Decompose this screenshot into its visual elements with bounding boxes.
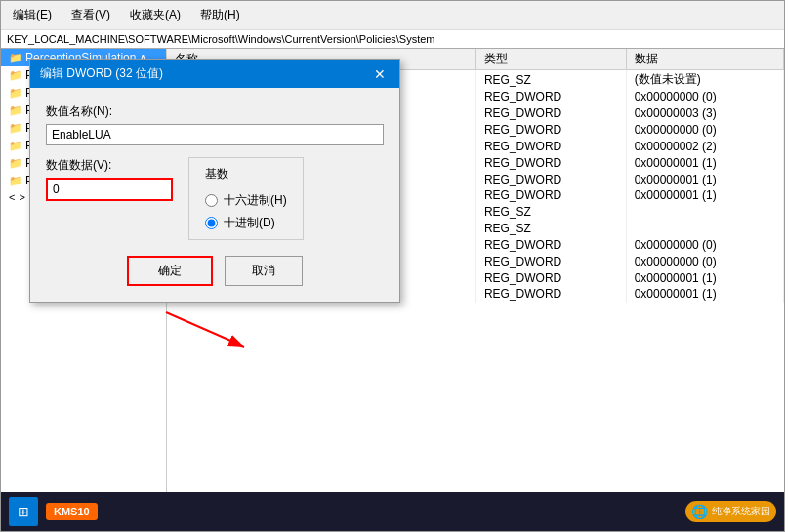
address-bar: KEY_LOCAL_MACHINE\SOFTWARE\Microsoft\Win…: [1, 30, 784, 49]
cell-data: [626, 204, 783, 221]
dialog-body: 数值名称(N): 数值数据(V): 基数 十六进制(H): [30, 88, 399, 302]
dialog-title: 编辑 DWORD (32 位值): [40, 65, 163, 82]
cell-data: 0x00000001 (1): [626, 171, 783, 187]
dialog-title-bar: 编辑 DWORD (32 位值) ✕: [30, 60, 399, 88]
cell-type: REG_SZ: [475, 204, 626, 221]
cell-data: 0x00000000 (0): [626, 89, 783, 105]
cell-type: REG_DWORD: [475, 154, 626, 171]
cell-data: 0x00000001 (1): [626, 269, 783, 286]
folder-icon: 📁: [9, 87, 22, 100]
cell-type: REG_DWORD: [475, 187, 626, 204]
taskbar: ⊞ KMS10 🌐 纯净系统家园: [1, 492, 784, 531]
menu-bar: 编辑(E) 查看(V) 收藏夹(A) 帮助(H): [1, 1, 784, 30]
cell-type: REG_DWORD: [475, 171, 626, 187]
cell-type: REG_DWORD: [475, 236, 626, 253]
folder-icon: 📁: [9, 140, 22, 152]
ok-button[interactable]: 确定: [127, 256, 213, 286]
value-name-input[interactable]: [46, 124, 384, 145]
cell-type: REG_DWORD: [475, 138, 626, 154]
watermark-text: 纯净系统家园: [712, 505, 770, 518]
cell-data: 0x00000001 (1): [626, 187, 783, 204]
cell-type: REG_SZ: [475, 221, 626, 237]
folder-icon: 📁: [9, 104, 22, 117]
col-header-type[interactable]: 类型: [475, 49, 626, 70]
cell-data: 0x00000002 (2): [626, 138, 783, 154]
windows-icon: ⊞: [18, 504, 29, 519]
radio-dec-label[interactable]: 十进制(D): [205, 215, 287, 231]
radio-dec-text: 十进制(D): [224, 215, 275, 231]
label-value-name: 数值名称(N):: [46, 103, 384, 120]
radio-hex-text: 十六进制(H): [224, 192, 287, 209]
cell-type: REG_DWORD: [475, 105, 626, 122]
folder-icon: 📁: [9, 122, 22, 135]
nav-left-icon[interactable]: <: [9, 191, 15, 203]
radix-group: 基数 十六进制(H) 十进制(D): [188, 157, 304, 240]
cell-data: 0x00000003 (3): [626, 105, 783, 122]
folder-icon: 📁: [9, 52, 22, 64]
cell-data: 0x00000000 (0): [626, 236, 783, 253]
dialog-buttons: 确定 取消: [46, 256, 384, 286]
kms-app-badge[interactable]: KMS10: [46, 503, 98, 520]
menu-help[interactable]: 帮助(H): [196, 5, 244, 25]
col-header-data[interactable]: 数据: [626, 49, 783, 70]
cell-type: REG_DWORD: [475, 286, 626, 303]
taskbar-right-area: 🌐 纯净系统家园: [685, 501, 776, 522]
edit-dword-dialog[interactable]: 编辑 DWORD (32 位值) ✕ 数值名称(N): 数值数据(V): 基数: [29, 59, 400, 303]
cell-type: REG_DWORD: [475, 253, 626, 269]
value-data-input[interactable]: [46, 178, 173, 201]
folder-icon: 📁: [9, 69, 22, 82]
menu-view[interactable]: 查看(V): [67, 5, 114, 25]
radix-label: 基数: [205, 166, 287, 183]
registry-editor-window: 编辑(E) 查看(V) 收藏夹(A) 帮助(H) KEY_LOCAL_MACHI…: [0, 0, 785, 532]
cell-type: REG_SZ: [475, 70, 626, 90]
radio-dec[interactable]: [205, 217, 218, 229]
cell-data: 0x00000000 (0): [626, 253, 783, 269]
radio-hex-label[interactable]: 十六进制(H): [205, 192, 287, 209]
label-value-data: 数值数据(V):: [46, 157, 173, 174]
folder-icon: 📁: [9, 175, 22, 187]
cell-type: REG_DWORD: [475, 269, 626, 286]
dialog-close-button[interactable]: ✕: [370, 67, 390, 81]
radio-hex[interactable]: [205, 194, 218, 207]
menu-edit[interactable]: 编辑(E): [9, 5, 56, 25]
folder-icon: 📁: [9, 157, 22, 170]
cancel-button[interactable]: 取消: [225, 256, 303, 286]
cell-data: [626, 221, 783, 237]
cell-data: 0x00000000 (0): [626, 122, 783, 139]
cell-type: REG_DWORD: [475, 89, 626, 105]
value-data-group: 数值数据(V):: [46, 157, 173, 201]
cell-data: 0x00000001 (1): [626, 286, 783, 303]
start-button[interactable]: ⊞: [9, 497, 38, 526]
cell-data: 0x00000001 (1): [626, 154, 783, 171]
value-radix-row: 数值数据(V): 基数 十六进制(H) 十进制(D): [46, 157, 384, 240]
cell-type: REG_DWORD: [475, 122, 626, 139]
menu-favorites[interactable]: 收藏夹(A): [126, 5, 185, 25]
nav-right-icon[interactable]: >: [19, 191, 24, 203]
watermark-badge: 🌐 纯净系统家园: [685, 501, 776, 522]
watermark-icon: 🌐: [691, 504, 708, 519]
cell-data: (数值未设置): [626, 70, 783, 90]
